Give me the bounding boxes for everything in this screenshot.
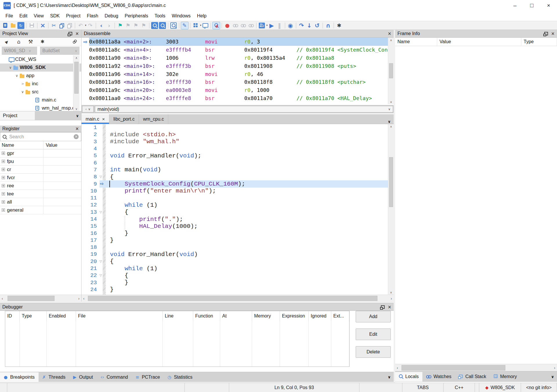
symbol-lookup-icon[interactable]: d xyxy=(212,22,220,29)
flag-add-icon[interactable]: ⚑ xyxy=(132,22,140,29)
tree-caret-icon[interactable]: ∨ xyxy=(21,81,25,87)
minimize-button[interactable]: – xyxy=(507,0,523,11)
disassembly-row[interactable]: 0x08011a90 <main+8>:1006lrwr0, 0x80135a4… xyxy=(82,54,388,62)
tree-item-app[interactable]: ∨app xyxy=(0,72,81,80)
symbol-nav-buttons[interactable]: ‹∨ xyxy=(82,106,94,112)
editor-horizontal-scrollbar[interactable]: ‹ › xyxy=(82,295,394,302)
tab-overflow-caret-icon[interactable]: ∨ xyxy=(385,375,394,379)
expand-icon[interactable] xyxy=(2,160,5,163)
menu-view[interactable]: View xyxy=(30,13,47,19)
float-panel-icon[interactable] xyxy=(381,305,385,309)
left-horizontal-scrollbar[interactable]: ‹ › xyxy=(0,295,81,302)
tab-threads[interactable]: ✗Threads xyxy=(39,372,69,382)
disassembly-scrollbar[interactable]: ∧ ∨ xyxy=(388,38,394,104)
code-line-20[interactable]: 20▽{ xyxy=(82,258,388,265)
code-line-4[interactable]: 4 xyxy=(82,145,388,152)
code-line-7[interactable]: 7int main(void) xyxy=(82,166,388,173)
maximize-button[interactable]: □ xyxy=(523,0,540,11)
register-row-gpr[interactable]: gpr xyxy=(0,149,81,157)
continue-icon[interactable]: ▶ xyxy=(268,22,276,29)
reset-caret-icon[interactable]: ▾ xyxy=(266,24,268,27)
scroll-right-icon[interactable]: › xyxy=(77,296,81,301)
navigate-forward-icon[interactable]: › xyxy=(105,22,113,29)
link-chain-icon[interactable] xyxy=(239,22,247,29)
clear-search-icon[interactable]: ✕ xyxy=(74,134,79,139)
stop-target-icon[interactable]: ◉ xyxy=(287,22,294,29)
code-line-14[interactable]: 14 printf("."); xyxy=(82,216,388,223)
tree-item-src[interactable]: ∨src xyxy=(0,88,81,96)
step-out-icon[interactable]: ↺ xyxy=(313,22,321,29)
tree-item-wm-hal-msp-c[interactable]: wm_hal_msp.c xyxy=(0,104,81,111)
tree-caret-icon[interactable]: ∨ xyxy=(20,90,26,94)
editor-tab-wm_cpu-c[interactable]: wm_cpu.c xyxy=(139,114,168,124)
scroll-left-icon[interactable]: ‹ xyxy=(82,296,86,301)
expand-icon[interactable] xyxy=(2,176,5,179)
flag-clear-icon[interactable]: ⚑ xyxy=(140,22,148,29)
scroll-up-icon[interactable]: ∧ xyxy=(388,124,394,129)
scrollbar-thumb[interactable] xyxy=(8,296,55,301)
tab-memory[interactable]: Memory xyxy=(490,372,521,382)
register-row-general[interactable]: general xyxy=(0,206,81,214)
disassembly-row[interactable]: 0x08011a96 <main+14>:302emovir0, 46 xyxy=(82,70,388,78)
code-line-10[interactable]: 10 printf("enter main\r\n"); xyxy=(82,188,388,195)
scroll-left-icon[interactable]: ‹ xyxy=(0,296,5,301)
disassembly-row[interactable]: 0x08011aa0 <main+24>:e3ffffe8bsr0x8011a7… xyxy=(82,94,388,102)
disassembly-row[interactable]: 0x08011a9c <main+20>:ea0003e8movir0, 100… xyxy=(82,86,388,94)
pause-icon[interactable]: ‖ xyxy=(276,22,283,29)
display-list-icon[interactable] xyxy=(201,22,209,29)
fold-marker-icon[interactable]: ▽ xyxy=(100,259,102,263)
tab-command[interactable]: ‹›Command xyxy=(97,372,132,382)
edit-button[interactable]: Edit xyxy=(356,329,391,340)
scroll-down-icon[interactable]: ∨ xyxy=(388,99,394,104)
expand-icon[interactable] xyxy=(2,192,5,195)
disassembly-row[interactable]: 0x08011a98 <main+16>:e3ffff30bsr0x80118f… xyxy=(82,78,388,86)
paste-icon[interactable] xyxy=(66,22,73,29)
attach-icon[interactable]: ∩ xyxy=(324,22,332,29)
register-row-fpu[interactable]: fpu xyxy=(0,157,81,166)
search-input[interactable] xyxy=(9,134,71,140)
close-panel-icon[interactable]: × xyxy=(388,304,391,310)
tab-call-stack[interactable]: Call Stack xyxy=(455,372,490,382)
editor-tab-libc_port-c[interactable]: libc_port.c xyxy=(109,114,139,124)
scroll-left-icon[interactable]: ‹ xyxy=(395,366,400,370)
fold-marker-icon[interactable]: ▽ xyxy=(100,175,102,179)
scrollbar-thumb[interactable] xyxy=(88,296,377,301)
build-tools-icon[interactable]: ⚒ xyxy=(27,38,35,46)
menu-project[interactable]: Project xyxy=(63,13,84,19)
scrollbar-thumb[interactable] xyxy=(402,365,505,371)
fold-marker-icon[interactable]: ▽ xyxy=(100,210,102,214)
register-row-fvcr[interactable]: fvcr xyxy=(0,174,81,182)
close-panel-icon[interactable]: × xyxy=(551,31,555,36)
navigate-back-icon[interactable]: ‹ xyxy=(97,22,105,29)
tab-locals[interactable]: Locals xyxy=(395,372,422,382)
undo-icon[interactable]: ↶ xyxy=(77,22,84,29)
float-panel-icon[interactable] xyxy=(68,32,72,35)
save-icon[interactable] xyxy=(28,22,36,29)
tree-item-inc[interactable]: ∨inc xyxy=(0,80,81,88)
code-line-16[interactable]: 16 } xyxy=(82,230,388,237)
link-run-icon[interactable] xyxy=(231,22,239,29)
scroll-down-icon[interactable]: ∨ xyxy=(73,106,79,111)
scrollbar-thumb[interactable] xyxy=(389,63,393,78)
disassembly-row[interactable]: 0x08011a92 <main+10>:e3ffff3bbsr0x801190… xyxy=(82,62,388,70)
new-file-icon[interactable] xyxy=(1,22,9,29)
record-icon[interactable]: ● xyxy=(223,22,231,29)
link-clear-icon[interactable] xyxy=(247,22,255,29)
expand-icon[interactable] xyxy=(2,208,5,212)
copy-icon[interactable] xyxy=(58,22,66,29)
tree-item-w806-sdk[interactable]: ∨W806_SDK xyxy=(0,63,81,72)
expand-icon[interactable] xyxy=(2,152,5,155)
delete-button[interactable]: Delete xyxy=(356,346,391,358)
code-line-24[interactable]: 24} xyxy=(82,286,388,293)
code-line-15[interactable]: 15 HAL_Delay(1000); xyxy=(82,223,388,230)
register-row-cr[interactable]: cr xyxy=(0,166,81,174)
menu-edit[interactable]: Edit xyxy=(16,13,31,19)
code-line-8[interactable]: 8▽{ xyxy=(82,173,388,180)
tab-list-caret-icon[interactable]: ∨ xyxy=(385,119,394,124)
menu-sdk[interactable]: SDK xyxy=(47,13,63,19)
code-line-13[interactable]: 13▽ { xyxy=(82,209,388,216)
scroll-down-icon[interactable]: ∨ xyxy=(388,290,394,295)
tab-breakpoints[interactable]: ●Breakpoints xyxy=(0,372,39,382)
tree-caret-icon[interactable]: ∨ xyxy=(8,66,13,70)
code-line-17[interactable]: 17} xyxy=(82,237,388,244)
